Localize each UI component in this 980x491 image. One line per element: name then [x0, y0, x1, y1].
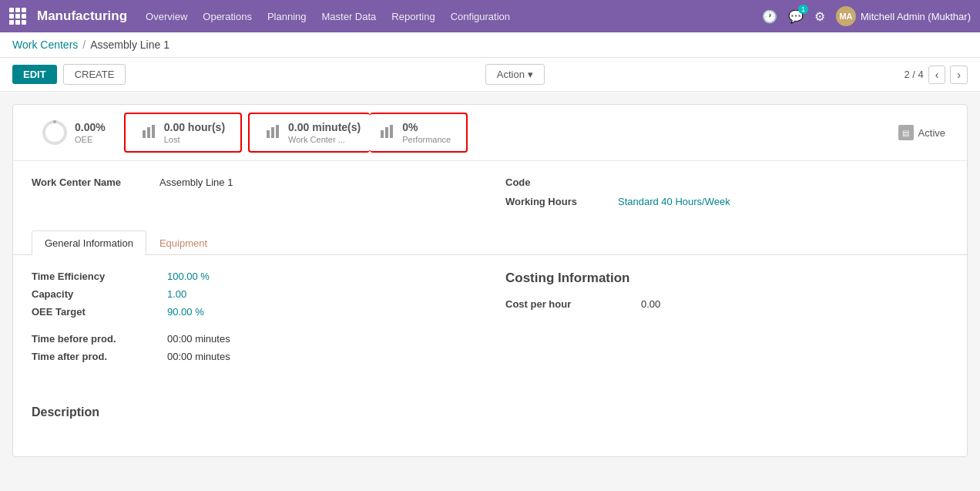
svg-rect-7: [276, 125, 279, 138]
nav-reporting[interactable]: Reporting: [391, 8, 435, 25]
tab-general-info[interactable]: General Information: [32, 230, 146, 255]
settings-icon[interactable]: ⚙: [814, 9, 825, 24]
cost-per-hour-value: 0.00: [641, 298, 660, 310]
performance-stat[interactable]: 0% Performance: [370, 113, 468, 153]
time-before-prod-label: Time before prod.: [32, 333, 155, 345]
chevron-down-icon: ▾: [528, 69, 533, 80]
svg-point-0: [44, 122, 65, 143]
breadcrumb-sep: /: [82, 39, 86, 51]
hours-lost-text: 0.00 hour(s) Lost: [164, 120, 225, 145]
stat-bar: 0.00% OEE 0.00 hour(s) Lost: [13, 105, 967, 161]
general-fields: Time Efficiency 100.00 % Capacity 1.00 O…: [32, 271, 475, 318]
hours-lost-stat[interactable]: 0.00 hour(s) Lost: [124, 113, 242, 153]
oee-chart: [41, 119, 69, 146]
main-content: 0.00% OEE 0.00 hour(s) Lost: [0, 92, 980, 469]
bar-chart3-icon: [379, 123, 396, 143]
capacity-row: Capacity 1.00: [32, 288, 475, 300]
working-hours-row: Working Hours Standard 40 Hours/Week: [505, 196, 948, 207]
topnav-right: 🕐 💬 1 ⚙ MA Mitchell Admin (Mukthar): [762, 6, 971, 26]
description-title: Description: [13, 393, 967, 425]
toggle-icon: ▤: [898, 125, 914, 140]
svg-rect-6: [271, 127, 274, 138]
hours-lost-value: 0.00 hour(s): [164, 120, 225, 134]
nav-overview[interactable]: Overview: [146, 8, 187, 25]
time-before-prod-value: 00:00 minutes: [167, 333, 230, 345]
minutes-stat[interactable]: 0.00 minute(s) Work Center ...: [248, 113, 370, 153]
hours-lost-label: Lost: [164, 134, 225, 145]
bar-chart-icon: [141, 123, 158, 143]
tab-left: Time Efficiency 100.00 % Capacity 1.00 O…: [32, 271, 475, 378]
oee-text: 0.00% OEE: [75, 120, 106, 145]
active-badge[interactable]: ▤ Active: [889, 122, 955, 143]
breadcrumb-parent[interactable]: Work Centers: [12, 39, 78, 51]
tab-equipment[interactable]: Equipment: [146, 230, 220, 255]
svg-rect-4: [152, 125, 155, 138]
edit-button[interactable]: EDIT: [12, 65, 57, 84]
action-button[interactable]: Action ▾: [485, 64, 545, 85]
capacity-value: 1.00: [167, 288, 186, 300]
cost-per-hour-row: Cost per hour 0.00: [505, 298, 948, 310]
create-button[interactable]: CREATE: [63, 64, 126, 85]
time-fields: Time before prod. 00:00 minutes Time aft…: [32, 333, 475, 362]
tab-right: Costing Information Cost per hour 0.00: [475, 271, 948, 378]
time-after-prod-value: 00:00 minutes: [167, 351, 230, 362]
grid-icon: [9, 8, 26, 25]
user-name: Mitchell Admin (Mukthar): [861, 11, 971, 22]
notif-badge: 1: [798, 5, 808, 14]
nav-configuration[interactable]: Configuration: [451, 8, 510, 25]
tab-content: Time Efficiency 100.00 % Capacity 1.00 O…: [13, 255, 967, 393]
svg-rect-9: [385, 127, 388, 138]
svg-rect-8: [381, 130, 384, 138]
pagination: 2 / 4 ‹ ›: [904, 66, 968, 84]
user-menu[interactable]: MA Mitchell Admin (Mukthar): [836, 6, 971, 26]
action-label: Action: [497, 69, 525, 80]
topnav: Manufacturing Overview Operations Planni…: [0, 0, 980, 32]
oee-value: 0.00%: [75, 120, 106, 134]
active-label: Active: [918, 127, 945, 139]
oee-target-value: 90.00 %: [167, 306, 204, 318]
description-area: [13, 425, 967, 456]
performance-text: 0% Performance: [402, 120, 451, 145]
work-center-name-label: Work Center Name: [32, 177, 147, 188]
oee-label: OEE: [75, 134, 106, 145]
performance-value: 0%: [402, 120, 451, 134]
time-efficiency-row: Time Efficiency 100.00 %: [32, 271, 475, 282]
record-card: 0.00% OEE 0.00 hour(s) Lost: [12, 104, 968, 457]
user-avatar: MA: [836, 6, 856, 26]
time-after-prod-row: Time after prod. 00:00 minutes: [32, 351, 475, 362]
nav-operations[interactable]: Operations: [203, 8, 252, 25]
minutes-text: 0.00 minute(s) Work Center ...: [288, 120, 361, 145]
nav-planning[interactable]: Planning: [267, 8, 307, 25]
code-label: Code: [505, 177, 606, 188]
working-hours-label: Working Hours: [505, 196, 606, 207]
oee-target-row: OEE Target 90.00 %: [32, 306, 475, 318]
time-efficiency-value: 100.00 %: [167, 271, 210, 282]
clock-icon[interactable]: 🕐: [762, 9, 777, 24]
svg-rect-5: [267, 130, 270, 138]
costing-title: Costing Information: [505, 271, 948, 286]
svg-rect-10: [390, 125, 393, 138]
form-section: Work Center Name Assembly Line 1 Code Wo…: [13, 161, 967, 223]
toolbar: EDIT CREATE Action ▾ 2 / 4 ‹ ›: [0, 58, 980, 92]
svg-rect-3: [147, 127, 150, 138]
oee-target-label: OEE Target: [32, 306, 155, 318]
work-center-name-row: Work Center Name Assembly Line 1: [32, 177, 475, 188]
work-center-name-value: Assembly Line 1: [159, 177, 233, 188]
pagination-text: 2 / 4: [904, 69, 923, 80]
breadcrumb: Work Centers / Assembly Line 1: [0, 32, 980, 58]
chat-icon[interactable]: 💬 1: [788, 9, 804, 24]
working-hours-value: Standard 40 Hours/Week: [618, 196, 730, 207]
time-after-prod-label: Time after prod.: [32, 351, 155, 362]
prev-button[interactable]: ‹: [928, 66, 946, 84]
main-nav: Overview Operations Planning Master Data…: [146, 8, 762, 25]
app-name: Manufacturing: [37, 8, 127, 24]
oee-stat[interactable]: 0.00% OEE: [25, 113, 121, 153]
next-button[interactable]: ›: [950, 66, 968, 84]
breadcrumb-current: Assembly Line 1: [90, 39, 169, 51]
nav-masterdata[interactable]: Master Data: [322, 8, 377, 25]
minutes-value: 0.00 minute(s): [288, 120, 361, 134]
time-efficiency-label: Time Efficiency: [32, 271, 155, 282]
app-logo[interactable]: Manufacturing: [9, 8, 127, 25]
capacity-label: Capacity: [32, 288, 155, 300]
minutes-label: Work Center ...: [288, 134, 361, 145]
